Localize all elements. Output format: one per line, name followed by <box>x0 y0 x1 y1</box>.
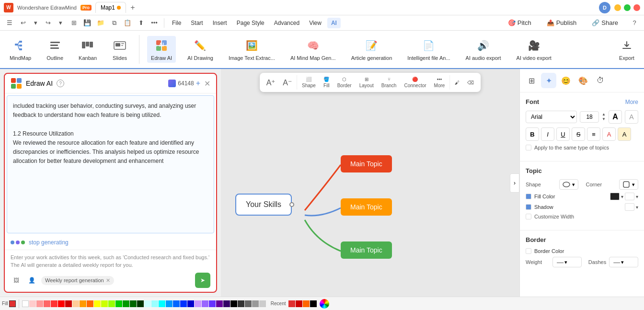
menu-view[interactable]: View <box>305 18 325 28</box>
fill-color-checkbox[interactable] <box>526 194 531 199</box>
eraser-button[interactable]: ⌫ <box>464 78 477 87</box>
connector-button[interactable]: 🔴 Connector <box>401 75 429 90</box>
swatch-9[interactable] <box>87 300 93 307</box>
corner-dropdown[interactable]: ▾ <box>619 179 638 190</box>
fill-color-secondary[interactable] <box>625 193 634 200</box>
font-size-down[interactable]: ▼ <box>602 117 606 122</box>
help-button[interactable]: ? <box>629 17 640 29</box>
swatch-14[interactable] <box>123 300 129 307</box>
swatch-21[interactable] <box>173 300 180 307</box>
swatch-3[interactable] <box>44 300 50 307</box>
ai-send-button[interactable]: ➤ <box>195 273 210 288</box>
swatch-16[interactable] <box>137 300 144 307</box>
right-panel-toggle[interactable]: › <box>510 173 519 193</box>
shadow-color-arrow[interactable]: ▾ <box>636 205 638 210</box>
swatch-30[interactable] <box>245 300 252 307</box>
text-larger-button[interactable]: A⁺ <box>264 76 278 89</box>
ribbon-ai-mindmap[interactable]: 🧠 AI Mind Map Gen... <box>287 36 340 63</box>
ribbon-export[interactable]: Export <box>615 36 638 63</box>
swatch-black[interactable] <box>230 300 237 307</box>
paste-button[interactable]: 📋 <box>122 17 133 29</box>
ribbon-kanban[interactable]: Kanban <box>75 36 101 63</box>
font-color-button[interactable]: A <box>602 127 616 141</box>
swatch-5[interactable] <box>58 300 65 307</box>
swatch-11[interactable] <box>101 300 108 307</box>
swatch-18[interactable] <box>151 300 158 307</box>
menu-page-style[interactable]: Page Style <box>233 18 268 28</box>
credits-plus[interactable]: + <box>196 79 200 88</box>
fill-color-swatch[interactable] <box>610 193 620 200</box>
border-color-checkbox[interactable] <box>526 248 531 254</box>
font-size-up[interactable]: ▲ <box>602 112 606 117</box>
swatch-19[interactable] <box>159 300 165 307</box>
color-picker-button[interactable] <box>320 299 329 309</box>
font-more-button[interactable]: More <box>625 99 638 105</box>
recent-1[interactable] <box>288 300 295 307</box>
dashes-dropdown[interactable]: — ▾ <box>609 257 638 267</box>
font-select[interactable]: Arial <box>526 111 577 123</box>
ai-close-button[interactable]: ✕ <box>204 79 210 88</box>
swatch-white[interactable] <box>22 300 29 307</box>
swatch-15[interactable] <box>130 300 137 307</box>
swatch-12[interactable] <box>108 300 115 307</box>
share-button[interactable]: 🔗 Share <box>587 17 623 28</box>
font-size-decrease-btn[interactable]: A <box>625 110 638 124</box>
pitch-button[interactable]: 🎯 Pitch <box>503 17 536 28</box>
align-button[interactable]: ≡ <box>587 127 600 141</box>
swatch-25[interactable] <box>202 300 208 307</box>
italic-button[interactable]: I <box>541 127 554 141</box>
redo-dropdown[interactable]: ▾ <box>55 17 66 29</box>
undo-dropdown[interactable]: ▾ <box>30 17 41 29</box>
swatch-13[interactable] <box>115 300 122 307</box>
save-button[interactable]: 💾 <box>81 17 93 29</box>
ai-help-button[interactable]: ? <box>57 80 64 87</box>
map-tab[interactable]: Map1 <box>95 2 126 13</box>
folder-button[interactable]: 📁 <box>95 17 106 29</box>
canvas-area[interactable]: A⁺ A⁻ ⬜ Shape 🪣 Fill ⬡ Border ⊞ Layout <box>221 69 519 297</box>
close-button[interactable] <box>633 4 640 11</box>
main-topic-node-2[interactable]: Main Topic <box>341 198 392 216</box>
fill-color-arrow[interactable]: ▾ <box>621 194 623 199</box>
ribbon-edraw-ai[interactable]: AI Edraw AI <box>147 36 176 63</box>
clipart-icon[interactable]: 😊 <box>558 73 574 88</box>
swatch-4[interactable] <box>51 300 58 307</box>
swatch-22[interactable] <box>180 300 187 307</box>
font-size-input[interactable] <box>580 111 599 123</box>
swatch-23[interactable] <box>187 300 194 307</box>
ribbon-intelligent[interactable]: 📄 Intelligent file An... <box>403 36 454 63</box>
person-input-icon[interactable]: 👤 <box>26 275 37 286</box>
ribbon-article-gen[interactable]: 📝 Article generation <box>347 36 396 63</box>
recent-3[interactable] <box>303 300 310 307</box>
central-node[interactable]: Your Skills <box>235 194 292 216</box>
ribbon-ai-drawing[interactable]: ✏️ AI Drawing <box>184 36 217 63</box>
current-fill-color[interactable] <box>9 300 16 307</box>
weight-dropdown[interactable]: — ▾ <box>552 257 582 267</box>
shape-button[interactable]: ⬜ Shape <box>299 75 319 90</box>
swatch-24[interactable] <box>195 300 201 307</box>
image-input-icon[interactable]: 🖼 <box>11 275 22 286</box>
shape-dropdown[interactable]: ▾ <box>559 179 578 190</box>
ribbon-ai-audio[interactable]: 🔊 AI audio export <box>462 36 505 63</box>
shadow-color-swatch[interactable] <box>625 203 634 211</box>
theme-icon[interactable]: 🎨 <box>575 73 591 88</box>
more-dots[interactable]: ••• <box>149 17 160 29</box>
ribbon-image-text[interactable]: 🖼️ Image Text Extrac... <box>225 36 279 63</box>
undo-button[interactable]: ↩ <box>17 17 29 29</box>
customize-width-checkbox[interactable] <box>526 214 531 219</box>
format-paint-button[interactable]: 🖌 <box>452 78 462 87</box>
ai-chip-weekly[interactable]: Weekly report generation ✕ <box>41 276 114 285</box>
fill-button[interactable]: 🪣 Fill <box>321 75 333 90</box>
swatch-27[interactable] <box>216 300 223 307</box>
style-icon[interactable]: ✦ <box>541 73 556 88</box>
border-button[interactable]: ⬡ Border <box>334 75 355 90</box>
swatch-26[interactable] <box>209 300 216 307</box>
fill-color-secondary-arrow[interactable]: ▾ <box>636 194 638 199</box>
stop-generating-button[interactable]: stop generating <box>29 239 69 246</box>
timer-icon[interactable]: ⏱ <box>593 73 608 88</box>
text-smaller-button[interactable]: A⁻ <box>280 76 295 89</box>
menu-file[interactable]: File <box>168 18 185 28</box>
swatch-1[interactable] <box>29 300 36 307</box>
ribbon-ai-video[interactable]: 🎥 AI video export <box>513 36 555 63</box>
apply-same-checkbox[interactable] <box>526 145 531 150</box>
swatch-20[interactable] <box>166 300 172 307</box>
